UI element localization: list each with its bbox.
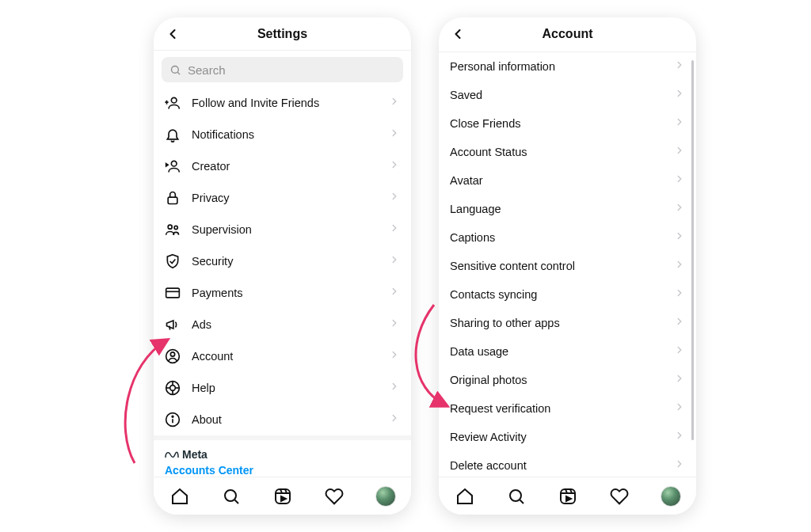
list-item-label: Language bbox=[450, 203, 674, 215]
page-title: Account bbox=[543, 27, 593, 41]
account-item-avatar[interactable]: Avatar bbox=[439, 166, 696, 195]
search-icon bbox=[169, 64, 181, 76]
search-input[interactable]: Search bbox=[162, 57, 403, 82]
settings-item-payments[interactable]: Payments bbox=[154, 277, 411, 309]
nav-activity[interactable] bbox=[322, 484, 346, 508]
account-item-request-verification[interactable]: Request verification bbox=[439, 394, 696, 423]
supervision-icon bbox=[165, 222, 187, 238]
svg-line-32 bbox=[520, 500, 524, 504]
list-item-label: Contacts syncing bbox=[450, 288, 674, 301]
svg-point-5 bbox=[171, 162, 177, 167]
bottom-nav bbox=[154, 477, 411, 515]
list-item-label: Follow and Invite Friends bbox=[187, 97, 389, 109]
back-button[interactable] bbox=[448, 25, 467, 44]
account-item-saved[interactable]: Saved bbox=[439, 81, 696, 109]
heart-icon bbox=[325, 487, 344, 506]
account-list: Personal informationSavedClose FriendsAc… bbox=[439, 52, 696, 477]
account-item-account-status[interactable]: Account Status bbox=[439, 138, 696, 166]
chevron-right-icon bbox=[389, 349, 400, 363]
account-item-personal-information[interactable]: Personal information bbox=[439, 52, 696, 81]
list-item-label: Supervision bbox=[187, 223, 389, 236]
scrollbar[interactable] bbox=[691, 60, 694, 440]
chevron-right-icon bbox=[389, 286, 400, 300]
account-item-original-photos[interactable]: Original photos bbox=[439, 366, 696, 394]
account-item-review-activity[interactable]: Review Activity bbox=[439, 423, 696, 451]
chevron-right-icon bbox=[389, 159, 400, 173]
svg-marker-6 bbox=[166, 164, 169, 166]
settings-item-creator[interactable]: Creator bbox=[154, 150, 411, 182]
svg-line-25 bbox=[234, 500, 238, 504]
settings-screen: Settings Search Follow and Invite Friend… bbox=[154, 17, 411, 515]
chevron-right-icon bbox=[389, 96, 400, 110]
creator-icon bbox=[165, 158, 187, 174]
settings-item-about[interactable]: About bbox=[154, 404, 411, 435]
account-item-data-usage[interactable]: Data usage bbox=[439, 337, 696, 366]
list-item-label: Account Status bbox=[450, 146, 674, 158]
list-item-label: Security bbox=[187, 255, 389, 268]
back-button[interactable] bbox=[163, 25, 182, 44]
svg-marker-30 bbox=[281, 496, 286, 501]
svg-point-24 bbox=[225, 490, 236, 501]
page-title: Settings bbox=[257, 27, 307, 41]
settings-topbar: Settings bbox=[154, 17, 411, 51]
nav-profile[interactable] bbox=[374, 484, 398, 508]
meta-logo-icon bbox=[165, 450, 179, 459]
chevron-right-icon bbox=[674, 259, 685, 273]
list-item-label: Data usage bbox=[450, 345, 674, 358]
svg-point-14 bbox=[170, 352, 174, 356]
nav-profile[interactable] bbox=[659, 484, 683, 508]
account-topbar: Account bbox=[439, 17, 696, 52]
nav-home[interactable] bbox=[453, 484, 477, 508]
chevron-right-icon bbox=[674, 230, 685, 245]
settings-body: Search Follow and Invite FriendsNotifica… bbox=[154, 51, 411, 477]
avatar-icon bbox=[375, 486, 396, 507]
svg-rect-10 bbox=[166, 289, 180, 298]
list-item-label: Privacy bbox=[187, 192, 389, 204]
home-icon bbox=[455, 487, 474, 506]
svg-point-16 bbox=[170, 386, 176, 391]
nav-search[interactable] bbox=[219, 484, 243, 508]
account-item-sensitive-content-control[interactable]: Sensitive content control bbox=[439, 252, 696, 280]
settings-item-ads[interactable]: Ads bbox=[154, 309, 411, 340]
chevron-right-icon bbox=[389, 254, 400, 268]
list-item-label: Request verification bbox=[450, 402, 674, 415]
svg-rect-7 bbox=[168, 198, 177, 204]
settings-item-account[interactable]: Account bbox=[154, 340, 411, 372]
list-item-label: Review Activity bbox=[450, 431, 674, 443]
nav-home[interactable] bbox=[168, 484, 192, 508]
chevron-right-icon bbox=[389, 381, 400, 395]
chevron-right-icon bbox=[674, 116, 685, 131]
chevron-right-icon bbox=[674, 173, 685, 188]
chevron-right-icon bbox=[389, 317, 400, 332]
list-item-label: Payments bbox=[187, 287, 389, 299]
list-item-label: Creator bbox=[187, 160, 389, 173]
account-item-close-friends[interactable]: Close Friends bbox=[439, 109, 696, 138]
svg-point-31 bbox=[510, 490, 521, 501]
settings-item-notifications[interactable]: Notifications bbox=[154, 119, 411, 150]
nav-search[interactable] bbox=[504, 484, 528, 508]
account-item-captions[interactable]: Captions bbox=[439, 223, 696, 252]
settings-item-security[interactable]: Security bbox=[154, 245, 411, 277]
list-item-label: About bbox=[187, 413, 389, 426]
settings-item-privacy[interactable]: Privacy bbox=[154, 182, 411, 214]
nav-activity[interactable] bbox=[607, 484, 631, 508]
settings-item-help[interactable]: Help bbox=[154, 372, 411, 404]
settings-item-supervision[interactable]: Supervision bbox=[154, 214, 411, 245]
chevron-right-icon bbox=[674, 287, 685, 302]
account-item-language[interactable]: Language bbox=[439, 195, 696, 223]
settings-item-follow-and-invite-friends[interactable]: Follow and Invite Friends bbox=[154, 87, 411, 119]
account-item-sharing-to-other-apps[interactable]: Sharing to other apps bbox=[439, 309, 696, 337]
list-item-label: Account bbox=[187, 350, 389, 363]
account-item-delete-account[interactable]: Delete account bbox=[439, 451, 696, 477]
list-item-label: Help bbox=[187, 382, 389, 394]
list-item-label: Avatar bbox=[450, 174, 674, 187]
megaphone-icon bbox=[165, 317, 187, 332]
nav-reels[interactable] bbox=[556, 484, 580, 508]
meta-brand: Meta bbox=[165, 448, 400, 461]
nav-reels[interactable] bbox=[271, 484, 295, 508]
heart-icon bbox=[610, 487, 629, 506]
search-icon bbox=[507, 487, 526, 506]
account-item-contacts-syncing[interactable]: Contacts syncing bbox=[439, 280, 696, 309]
chevron-left-icon bbox=[165, 26, 181, 42]
accounts-center-link[interactable]: Accounts Center bbox=[165, 464, 400, 477]
